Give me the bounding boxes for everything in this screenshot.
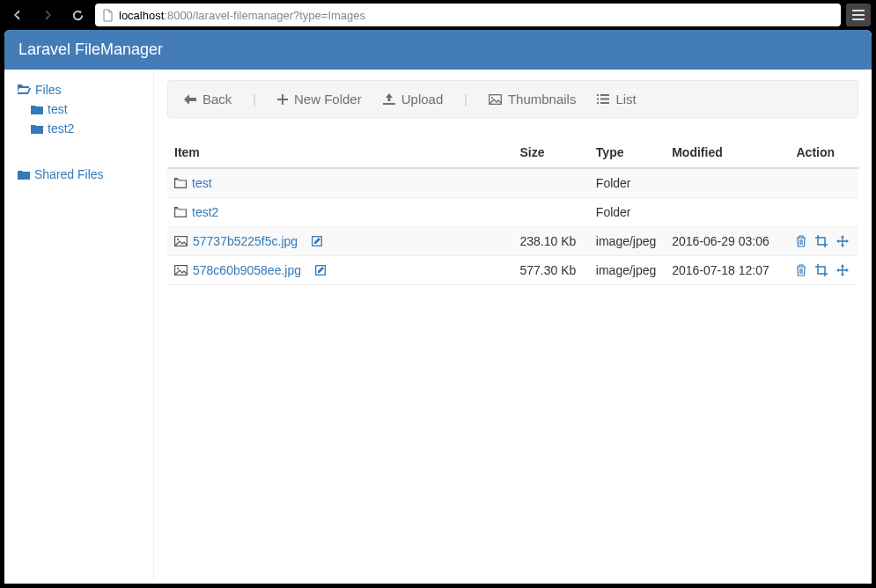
toolbar-label: Thumbnails — [508, 92, 577, 107]
cell-action — [789, 256, 858, 285]
image-icon — [174, 265, 188, 276]
browser-menu-button[interactable] — [846, 4, 871, 26]
sidebar: Files test test2 — [4, 70, 154, 581]
plus-icon — [277, 94, 288, 105]
crop-icon[interactable] — [815, 264, 828, 276]
svg-rect-10 — [600, 99, 609, 100]
table-header-size[interactable]: Size — [513, 137, 589, 168]
toolbar-separator: | — [464, 92, 467, 107]
cell-type: image/jpeg — [589, 256, 665, 285]
svg-rect-8 — [600, 94, 609, 96]
svg-point-6 — [491, 96, 493, 98]
cell-size — [513, 198, 589, 227]
toolbar-label: List — [615, 92, 636, 107]
item-name-link[interactable]: test — [192, 176, 212, 190]
table-header-modified[interactable]: Modified — [665, 137, 789, 168]
toolbar: Back | New Folder Upload | — [167, 80, 858, 118]
item-name-link[interactable]: test2 — [192, 205, 218, 219]
cell-type: image/jpeg — [589, 227, 665, 256]
table-row: testFolder — [167, 168, 858, 198]
svg-rect-0 — [852, 10, 865, 11]
table-row: 57737b5225f5c.jpg238.10 Kbimage/jpeg2016… — [167, 227, 858, 256]
toolbar-thumbnails-button[interactable]: Thumbnails — [489, 92, 577, 107]
arrow-left-icon — [184, 94, 196, 105]
rename-icon[interactable] — [315, 265, 326, 276]
list-icon — [597, 94, 609, 104]
toolbar-separator: | — [253, 92, 256, 107]
app: Laravel FileManager Files test — [4, 30, 872, 584]
move-icon[interactable] — [836, 235, 849, 247]
folder-icon — [31, 105, 43, 114]
folder-icon — [174, 178, 187, 188]
svg-point-14 — [177, 239, 179, 240]
toolbar-label: Back — [202, 92, 232, 107]
sidebar-item-label: test — [48, 102, 68, 116]
svg-rect-11 — [597, 102, 599, 104]
item-name-link[interactable]: 578c60b9058ee.jpg — [193, 263, 301, 277]
cell-modified — [665, 198, 789, 227]
move-icon[interactable] — [836, 264, 849, 276]
cell-type: Folder — [589, 168, 665, 198]
cell-modified — [665, 168, 789, 198]
main: Back | New Folder Upload | — [154, 70, 872, 581]
svg-rect-4 — [277, 99, 288, 100]
browser-forward-button[interactable] — [35, 4, 60, 26]
sidebar-files-group: Files test test2 — [18, 80, 140, 138]
toolbar-upload-button[interactable]: Upload — [383, 92, 444, 107]
svg-rect-2 — [852, 18, 865, 20]
table-row: 578c60b9058ee.jpg577.30 Kbimage/jpeg2016… — [167, 256, 858, 285]
toolbar-back-button[interactable]: Back — [184, 92, 232, 107]
toolbar-label: Upload — [401, 92, 444, 107]
table-row: test2Folder — [167, 198, 858, 227]
browser-bar: localhost:8000/laravel-filemanager?type=… — [0, 0, 876, 30]
sidebar-shared-files[interactable]: Shared Files — [18, 165, 140, 184]
upload-icon — [383, 93, 395, 105]
table-header-action[interactable]: Action — [789, 137, 858, 168]
sidebar-item-label: test2 — [48, 121, 74, 136]
delete-icon[interactable] — [796, 264, 806, 276]
cell-action — [789, 168, 858, 198]
browser-back-button[interactable] — [5, 4, 30, 26]
sidebar-item-label: Files — [35, 83, 62, 97]
browser-url-bar[interactable]: localhost:8000/laravel-filemanager?type=… — [95, 4, 841, 26]
app-title: Laravel FileManager — [4, 30, 872, 70]
browser-url-text: localhost:8000/laravel-filemanager?type=… — [119, 9, 834, 22]
item-name-link[interactable]: 57737b5225f5c.jpg — [193, 234, 298, 248]
sidebar-item-label: Shared Files — [34, 167, 104, 181]
image-icon — [489, 94, 502, 105]
crop-icon[interactable] — [815, 235, 828, 247]
folder-open-icon — [18, 85, 31, 95]
sidebar-files[interactable]: Files — [18, 80, 140, 99]
app-content: Files test test2 — [4, 70, 872, 581]
file-table: Item Size Type Modified Action testFolde… — [167, 137, 858, 285]
cell-type: Folder — [589, 198, 665, 227]
svg-rect-12 — [600, 102, 609, 104]
table-header-type[interactable]: Type — [589, 137, 665, 168]
image-icon — [174, 236, 188, 246]
cell-size — [513, 168, 589, 198]
svg-rect-9 — [597, 99, 599, 100]
folder-icon — [31, 124, 43, 134]
svg-rect-7 — [597, 94, 599, 96]
table-header-item[interactable]: Item — [167, 137, 513, 168]
rename-icon[interactable] — [312, 236, 322, 246]
cell-action — [789, 198, 858, 227]
toolbar-label: New Folder — [294, 92, 362, 107]
cell-modified: 2016-06-29 03:06 — [665, 227, 789, 256]
sidebar-item-test[interactable]: test — [18, 99, 140, 119]
toolbar-list-button[interactable]: List — [597, 92, 636, 107]
cell-modified: 2016-07-18 12:07 — [665, 256, 789, 285]
browser-reload-button[interactable] — [65, 4, 90, 26]
page-icon — [102, 9, 114, 22]
folder-icon — [18, 170, 30, 180]
sidebar-item-test2[interactable]: test2 — [18, 119, 140, 138]
folder-icon — [174, 207, 187, 217]
svg-rect-1 — [852, 14, 865, 16]
cell-size: 238.10 Kb — [513, 227, 589, 256]
svg-point-17 — [177, 268, 179, 269]
delete-icon[interactable] — [796, 235, 806, 247]
cell-size: 577.30 Kb — [513, 256, 589, 285]
cell-action — [789, 227, 858, 256]
toolbar-new-folder-button[interactable]: New Folder — [277, 92, 362, 107]
